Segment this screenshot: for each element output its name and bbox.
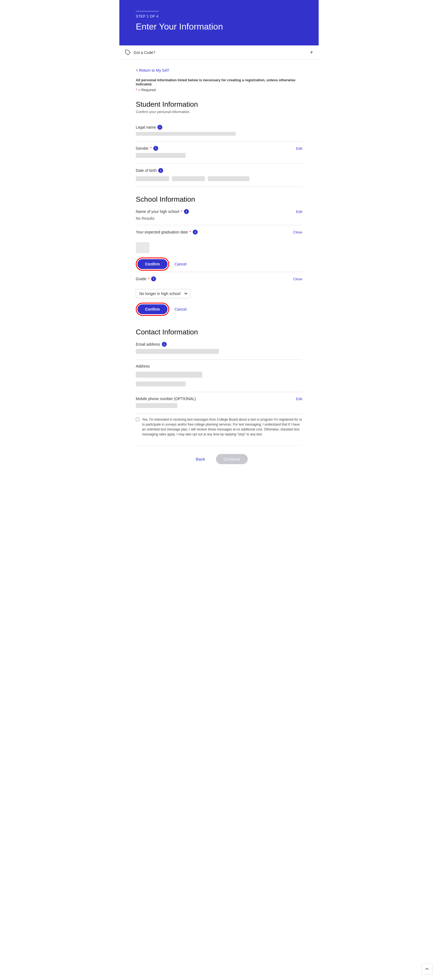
page-title: Enter Your Information [136,22,302,32]
grade-header: Grade * i Close [136,277,302,281]
legal-name-field: Legal name i [136,121,302,142]
grad-date-header: Your expected graduation date * i Close [136,230,302,234]
dob-field: Date of birth i [136,164,302,187]
school-section: School Information Name of your high sch… [136,195,302,317]
high-school-header: Name of your high school * i Edit [136,209,302,214]
grad-date-cancel-button[interactable]: Cancel [175,262,187,266]
return-link[interactable]: < Return to My SAT [136,68,169,73]
required-sub: * = Required [136,88,302,92]
grade-dropdown[interactable]: No longer in high school Grade 9 Grade 1… [136,289,191,298]
address-header: Address [136,364,302,368]
legal-name-header: Legal name i [136,125,302,130]
dob-label-group: Date of birth i [136,168,163,173]
legal-name-info-icon[interactable]: i [158,125,162,130]
email-value [136,349,219,354]
email-label-group: Email address i [136,342,167,347]
back-button[interactable]: Back [190,454,210,464]
got-code-label: Got a Code? [134,50,155,55]
grad-date-field: Your expected graduation date * i Close … [136,225,302,272]
email-label: Email address [136,342,160,347]
grad-date-confirm-row: Confirm Cancel [136,258,302,270]
dob-info-icon[interactable]: i [158,168,163,173]
mobile-phone-field: Mobile phone number (OPTIONAL) Edit [136,392,302,414]
grade-label-group: Grade * i [136,277,156,281]
gender-value [136,153,186,158]
grad-date-close-button[interactable]: Close [293,230,302,234]
address-label-group: Address [136,364,150,368]
grade-field: Grade * i Close No longer in high school… [136,272,302,317]
grad-date-confirm-wrapper: Confirm [136,258,169,270]
text-consent-row: Yes, I'm interested in receiving text me… [136,414,302,440]
dob-value [136,175,302,182]
school-section-title: School Information [136,195,302,204]
email-header: Email address i [136,342,302,347]
email-info-icon[interactable]: i [162,342,167,347]
grad-date-expanded: Confirm Cancel [136,237,302,270]
high-school-no-results: No Results [136,216,302,221]
legal-name-label-group: Legal name i [136,125,162,130]
high-school-label: Name of your high school [136,209,179,214]
required-note: All personal information listed below is… [136,78,302,86]
text-consent-text: Yes, I'm interested in receiving text me… [142,417,302,437]
gender-label-group: Gender * i [136,146,158,151]
mobile-phone-label: Mobile phone number (OPTIONAL) [136,396,196,401]
high-school-edit-button[interactable]: Edit [296,210,302,214]
address-value [136,371,302,388]
grad-date-label: Your expected graduation date [136,230,188,234]
address-label: Address [136,364,150,368]
gender-label: Gender [136,146,149,151]
grade-close-button[interactable]: Close [293,277,302,281]
dob-label: Date of birth [136,168,156,173]
grade-info-icon[interactable]: i [151,277,156,281]
email-field: Email address i [136,337,302,360]
got-code-left: Got a Code? [125,49,155,56]
bottom-nav: Back Continue [136,445,302,469]
high-school-field: Name of your high school * i Edit No Res… [136,205,302,225]
grade-label: Grade [136,277,147,281]
grade-expanded: No longer in high school Grade 9 Grade 1… [136,283,302,316]
expand-icon: + [310,49,313,56]
gender-info-icon[interactable]: i [153,146,158,151]
mobile-phone-label-group: Mobile phone number (OPTIONAL) [136,396,196,401]
grad-date-info-icon[interactable]: i [193,230,197,234]
grad-date-label-group: Your expected graduation date * i [136,230,197,234]
contact-section-title: Contact Information [136,328,302,336]
gender-field: Gender * i Edit [136,142,302,164]
main-content: < Return to My SAT All personal informat… [119,60,319,483]
got-code-bar[interactable]: Got a Code? + [119,45,319,60]
grade-confirm-button[interactable]: Confirm [137,304,167,314]
grad-date-input [136,242,150,253]
high-school-info-icon[interactable]: i [184,209,189,214]
student-section: Student Information Confirm your persona… [136,100,302,187]
grade-confirm-row: Confirm Cancel [136,303,302,316]
contact-section: Contact Information Email address i Addr… [136,328,302,440]
student-section-title: Student Information [136,100,302,109]
tag-icon [125,49,131,56]
legal-name-label: Legal name [136,125,156,129]
student-section-subtitle: Confirm your personal information. [136,110,302,114]
gender-edit-button[interactable]: Edit [296,146,302,151]
address-field: Address [136,360,302,392]
gender-header: Gender * i Edit [136,146,302,151]
mobile-phone-edit-button[interactable]: Edit [296,397,302,401]
text-consent-checkbox[interactable] [136,418,139,421]
grade-confirm-wrapper: Confirm [136,303,169,316]
grade-cancel-button[interactable]: Cancel [175,307,187,312]
legal-name-value [136,132,236,136]
page-header: STEP 1 OF 4 Enter Your Information [119,0,319,45]
step-label: STEP 1 OF 4 [136,11,159,18]
dob-header: Date of birth i [136,168,302,173]
grad-date-confirm-button[interactable]: Confirm [137,259,167,269]
high-school-label-group: Name of your high school * i [136,209,189,214]
mobile-phone-value [136,403,177,408]
continue-button[interactable]: Continue [216,454,248,464]
mobile-phone-header: Mobile phone number (OPTIONAL) Edit [136,396,302,401]
